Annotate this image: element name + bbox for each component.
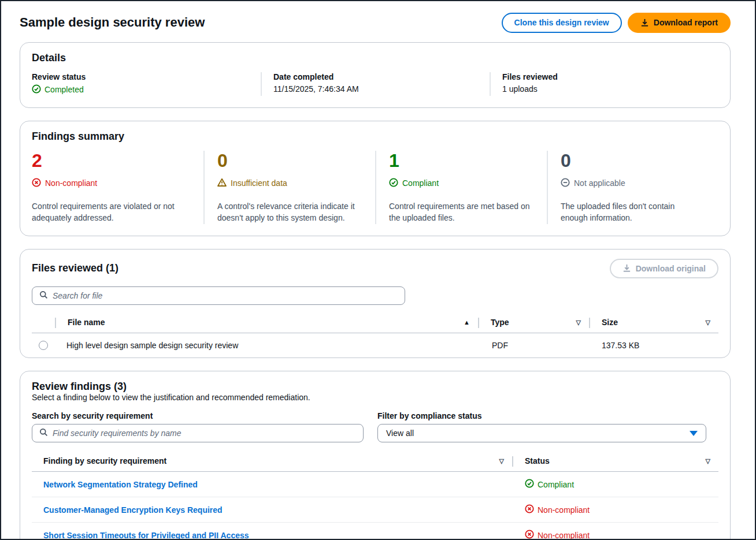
finding-status-text: Non-compliant (538, 505, 590, 515)
compliance-filter-label: Filter by compliance status (377, 411, 706, 420)
download-report-button[interactable]: Download report (628, 13, 731, 33)
file-search-box (32, 286, 405, 305)
x-circle-icon (525, 504, 534, 515)
dropdown-caret-icon (690, 431, 698, 436)
compliance-filter-value: View all (386, 429, 414, 438)
check-circle-icon (32, 84, 41, 95)
search-icon (39, 428, 48, 439)
finding-status: Compliant (525, 479, 574, 490)
sort-icon: ▽ (706, 319, 710, 326)
finding-row[interactable]: Customer-Managed Encryption Keys Require… (32, 497, 718, 522)
download-icon (640, 18, 649, 27)
clone-design-review-button[interactable]: Clone this design review (502, 13, 622, 33)
insufficient-data-description: A control's relevance criteria indicate … (217, 200, 359, 224)
size-header-label: Size (602, 318, 618, 327)
files-reviewed-value: 1 uploads (502, 84, 705, 94)
finding-cell: Network Segmentation Strategy Defined (32, 473, 513, 496)
row-select-cell (32, 336, 55, 355)
review-findings-controls: Search by security requirement Filter by… (32, 411, 718, 442)
file-type-cell: PDF (480, 333, 590, 357)
compliant-label: Compliant (402, 178, 439, 188)
finding-row[interactable]: Network Segmentation Strategy Defined Co… (32, 472, 718, 497)
insufficient-data-label: Insufficient data (231, 178, 287, 188)
finding-status-text: Compliant (538, 480, 574, 489)
non-compliant-label: Non-compliant (45, 178, 97, 188)
finding-link[interactable]: Short Session Timeouts for Privileged an… (43, 531, 249, 540)
status-column-header[interactable]: Status ▽ (513, 452, 718, 471)
details-card: Details Review status Completed Date com… (20, 42, 731, 108)
finding-status-cell: Compliant (513, 472, 718, 497)
not-applicable-description: The uploaded files don't contain enough … (561, 200, 702, 224)
summary-non-compliant: 2 Non-compliant Control requirements are… (32, 151, 203, 224)
files-reviewed-label: Files reviewed (502, 72, 705, 81)
x-circle-icon (32, 178, 41, 189)
files-table-header: File name ▲ Type ▽ Size ▽ (32, 313, 718, 333)
finding-row[interactable]: Short Session Timeouts for Privileged an… (32, 522, 718, 540)
file-search-input[interactable] (53, 291, 398, 300)
review-findings-heading: Review findings (3) (32, 381, 718, 393)
sort-ascending-icon: ▲ (464, 319, 470, 326)
files-reviewed-header: Files reviewed (1) Download original (32, 259, 718, 279)
review-status-text: Completed (45, 85, 84, 94)
finding-header-label: Finding by security requirement (43, 456, 166, 465)
finding-status-cell: Non-compliant (513, 523, 718, 540)
page-title: Sample design security review (20, 15, 205, 30)
compliant-description: Control requirements are met based on th… (389, 200, 531, 224)
finding-status: Non-compliant (525, 530, 590, 540)
summary-insufficient-data: 0 Insufficient data A control's relevanc… (203, 151, 375, 224)
insufficient-data-status: Insufficient data (217, 178, 359, 189)
type-column-header[interactable]: Type ▽ (479, 313, 589, 333)
download-original-button[interactable]: Download original (610, 259, 718, 279)
size-column-header[interactable]: Size ▽ (590, 313, 718, 333)
row-radio-button[interactable] (39, 341, 48, 350)
files-reviewed-field: Files reviewed 1 uploads (490, 72, 718, 96)
file-name-cell: High level design sample design security… (55, 333, 480, 357)
download-original-label: Download original (636, 264, 706, 274)
finding-link[interactable]: Network Segmentation Strategy Defined (43, 480, 198, 489)
sort-icon: ▽ (499, 457, 504, 465)
compliance-filter-group: Filter by compliance status View all (377, 411, 706, 442)
requirement-search-group: Search by security requirement (32, 411, 364, 442)
finding-link[interactable]: Customer-Managed Encryption Keys Require… (43, 505, 223, 515)
file-name-column-header[interactable]: File name ▲ (56, 313, 478, 333)
findings-summary-heading: Findings summary (32, 131, 718, 143)
finding-cell: Customer-Managed Encryption Keys Require… (32, 498, 513, 522)
compliance-filter-select[interactable]: View all (377, 424, 706, 442)
review-status-label: Review status (32, 72, 247, 81)
file-table-row[interactable]: High level design sample design security… (32, 333, 718, 357)
finding-status: Non-compliant (525, 504, 590, 515)
file-size-cell: 137.53 KB (590, 333, 718, 357)
non-compliant-description: Control requirements are violated or not… (32, 200, 187, 224)
sort-icon: ▽ (706, 457, 710, 465)
not-applicable-label: Not applicable (574, 178, 625, 188)
requirement-search-label: Search by security requirement (32, 411, 364, 420)
requirement-search-box (32, 424, 364, 442)
design-review-page: Sample design security review Clone this… (0, 0, 756, 540)
review-status-field: Review status Completed (32, 72, 261, 96)
findings-table-header: Finding by security requirement ▽ Status… (32, 452, 718, 472)
summary-compliant: 1 Compliant Control requirements are met… (375, 151, 547, 224)
check-circle-icon (525, 479, 534, 490)
compliant-count: 1 (389, 151, 531, 171)
insufficient-data-count: 0 (217, 151, 359, 171)
minus-circle-icon (561, 178, 570, 189)
download-button-label: Download report (654, 18, 718, 28)
clone-button-label: Clone this design review (514, 18, 609, 28)
non-compliant-count: 2 (32, 151, 187, 171)
files-reviewed-heading: Files reviewed (1) (32, 262, 118, 274)
review-findings-subheading: Select a finding below to view the justi… (32, 393, 718, 402)
date-completed-label: Date completed (273, 72, 476, 81)
header-actions: Clone this design review Download report (502, 13, 731, 33)
findings-table: Finding by security requirement ▽ Status… (32, 452, 718, 540)
review-status-value: Completed (32, 84, 84, 95)
type-header-label: Type (491, 318, 509, 327)
status-header-label: Status (525, 456, 550, 465)
files-table: File name ▲ Type ▽ Size ▽ High level (32, 313, 718, 357)
requirement-search-input[interactable] (53, 429, 356, 438)
search-icon (39, 291, 48, 301)
finding-column-header[interactable]: Finding by security requirement ▽ (32, 452, 512, 471)
compliant-status: Compliant (389, 178, 531, 189)
page-header: Sample design security review Clone this… (20, 1, 731, 42)
review-findings-card: Review findings (3) Select a finding bel… (20, 371, 731, 540)
finding-status-text: Non-compliant (538, 531, 590, 540)
